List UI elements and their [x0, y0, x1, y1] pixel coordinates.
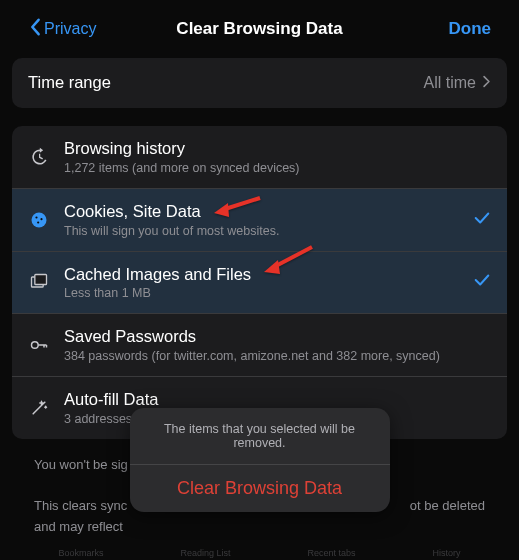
tab-history[interactable]: History [432, 548, 460, 558]
popover-clear-button[interactable]: Clear Browsing Data [130, 465, 390, 512]
tab-bookmarks[interactable]: Bookmarks [58, 548, 103, 558]
chevron-right-icon [482, 74, 491, 92]
time-range-row[interactable]: Time range All time [12, 58, 507, 108]
svg-point-2 [40, 218, 42, 220]
page-title: Clear Browsing Data [176, 19, 342, 39]
popover-message: The items that you selected will be remo… [130, 408, 390, 465]
chevron-left-icon [28, 18, 42, 40]
done-button[interactable]: Done [449, 19, 492, 39]
time-range-section: Time range All time [12, 58, 507, 108]
svg-point-1 [35, 216, 37, 218]
time-range-value: All time [424, 74, 476, 92]
svg-rect-5 [35, 275, 47, 285]
autofill-title: Auto-fill Data [64, 390, 491, 410]
passwords-sub: 384 passwords (for twitter.com, amizone.… [64, 349, 491, 363]
confirm-popover: The items that you selected will be remo… [130, 408, 390, 512]
info-text-3: and may reflect [12, 519, 507, 534]
tab-reading-list[interactable]: Reading List [180, 548, 230, 558]
cached-sub: Less than 1 MB [64, 286, 459, 300]
images-icon [28, 271, 50, 293]
history-title: Browsing history [64, 139, 491, 159]
svg-point-0 [32, 212, 47, 227]
history-sub: 1,272 items (and more on synced devices) [64, 161, 491, 175]
key-icon [28, 334, 50, 356]
tab-recent-tabs[interactable]: Recent tabs [307, 548, 355, 558]
cookie-icon [28, 209, 50, 231]
browsing-history-row[interactable]: Browsing history 1,272 items (and more o… [12, 126, 507, 188]
passwords-row[interactable]: Saved Passwords 384 passwords (for twitt… [12, 313, 507, 376]
svg-point-3 [37, 221, 39, 223]
wand-icon [28, 397, 50, 419]
back-label: Privacy [44, 20, 96, 38]
tab-bar: Bookmarks Reading List Recent tabs Histo… [0, 548, 519, 558]
checkmark-icon [473, 271, 491, 293]
back-button[interactable]: Privacy [28, 18, 96, 40]
passwords-title: Saved Passwords [64, 327, 491, 347]
history-icon [28, 146, 50, 168]
checkmark-icon [473, 209, 491, 231]
annotation-arrow [260, 244, 316, 284]
annotation-arrow [212, 195, 262, 227]
navbar: Privacy Clear Browsing Data Done [12, 18, 507, 58]
svg-point-6 [32, 342, 39, 349]
time-range-label: Time range [28, 73, 111, 93]
